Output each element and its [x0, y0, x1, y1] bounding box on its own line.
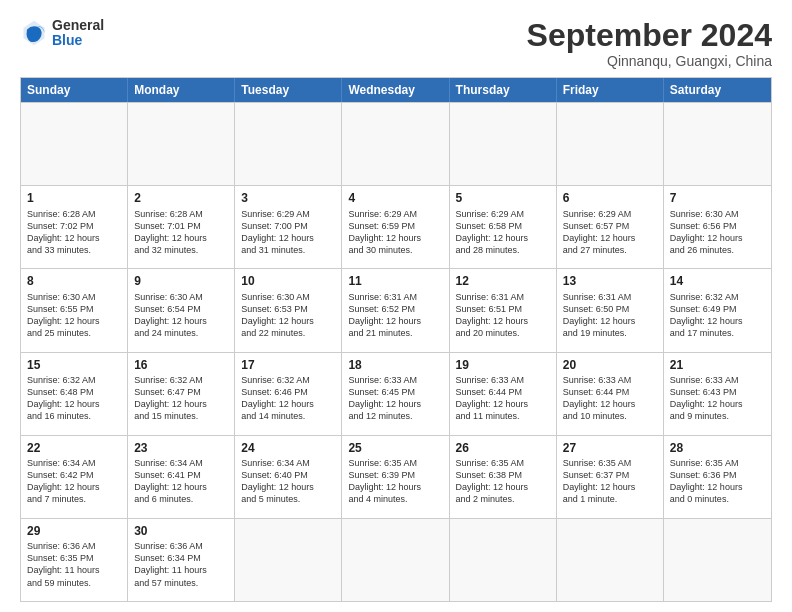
day-info: Sunrise: 6:30 AMSunset: 6:55 PMDaylight:…	[27, 291, 121, 340]
cal-header-friday: Friday	[557, 78, 664, 102]
calendar-header-row: SundayMondayTuesdayWednesdayThursdayFrid…	[21, 78, 771, 102]
day-number: 14	[670, 273, 765, 289]
cal-header-wednesday: Wednesday	[342, 78, 449, 102]
cal-cell-day-14: 14Sunrise: 6:32 AMSunset: 6:49 PMDayligh…	[664, 269, 771, 351]
day-number: 4	[348, 190, 442, 206]
cal-cell-empty	[21, 103, 128, 185]
cal-cell-day-16: 16Sunrise: 6:32 AMSunset: 6:47 PMDayligh…	[128, 353, 235, 435]
day-number: 29	[27, 523, 121, 539]
cal-cell-day-26: 26Sunrise: 6:35 AMSunset: 6:38 PMDayligh…	[450, 436, 557, 518]
logo: General Blue	[20, 18, 104, 49]
cal-cell-day-17: 17Sunrise: 6:32 AMSunset: 6:46 PMDayligh…	[235, 353, 342, 435]
cal-cell-day-28: 28Sunrise: 6:35 AMSunset: 6:36 PMDayligh…	[664, 436, 771, 518]
day-number: 16	[134, 357, 228, 373]
cal-cell-empty	[664, 519, 771, 601]
title-block: September 2024 Qinnanqu, Guangxi, China	[527, 18, 772, 69]
day-number: 24	[241, 440, 335, 456]
day-info: Sunrise: 6:33 AMSunset: 6:43 PMDaylight:…	[670, 374, 765, 423]
cal-cell-day-15: 15Sunrise: 6:32 AMSunset: 6:48 PMDayligh…	[21, 353, 128, 435]
logo-text: General Blue	[52, 18, 104, 49]
cal-cell-day-11: 11Sunrise: 6:31 AMSunset: 6:52 PMDayligh…	[342, 269, 449, 351]
cal-cell-day-21: 21Sunrise: 6:33 AMSunset: 6:43 PMDayligh…	[664, 353, 771, 435]
day-info: Sunrise: 6:32 AMSunset: 6:48 PMDaylight:…	[27, 374, 121, 423]
day-info: Sunrise: 6:30 AMSunset: 6:54 PMDaylight:…	[134, 291, 228, 340]
day-info: Sunrise: 6:29 AMSunset: 6:57 PMDaylight:…	[563, 208, 657, 257]
cal-cell-empty	[664, 103, 771, 185]
day-info: Sunrise: 6:31 AMSunset: 6:52 PMDaylight:…	[348, 291, 442, 340]
day-info: Sunrise: 6:29 AMSunset: 6:58 PMDaylight:…	[456, 208, 550, 257]
cal-cell-empty	[128, 103, 235, 185]
day-info: Sunrise: 6:30 AMSunset: 6:53 PMDaylight:…	[241, 291, 335, 340]
day-info: Sunrise: 6:28 AMSunset: 7:01 PMDaylight:…	[134, 208, 228, 257]
day-number: 28	[670, 440, 765, 456]
day-info: Sunrise: 6:34 AMSunset: 6:42 PMDaylight:…	[27, 457, 121, 506]
cal-cell-day-19: 19Sunrise: 6:33 AMSunset: 6:44 PMDayligh…	[450, 353, 557, 435]
cal-cell-day-2: 2Sunrise: 6:28 AMSunset: 7:01 PMDaylight…	[128, 186, 235, 268]
cal-cell-day-8: 8Sunrise: 6:30 AMSunset: 6:55 PMDaylight…	[21, 269, 128, 351]
cal-cell-empty	[342, 519, 449, 601]
day-info: Sunrise: 6:32 AMSunset: 6:47 PMDaylight:…	[134, 374, 228, 423]
day-info: Sunrise: 6:36 AMSunset: 6:34 PMDaylight:…	[134, 540, 228, 589]
day-info: Sunrise: 6:33 AMSunset: 6:44 PMDaylight:…	[563, 374, 657, 423]
day-number: 13	[563, 273, 657, 289]
cal-header-sunday: Sunday	[21, 78, 128, 102]
day-number: 30	[134, 523, 228, 539]
cal-cell-day-18: 18Sunrise: 6:33 AMSunset: 6:45 PMDayligh…	[342, 353, 449, 435]
cal-week-1	[21, 102, 771, 185]
location: Qinnanqu, Guangxi, China	[527, 53, 772, 69]
day-number: 10	[241, 273, 335, 289]
cal-cell-day-13: 13Sunrise: 6:31 AMSunset: 6:50 PMDayligh…	[557, 269, 664, 351]
day-info: Sunrise: 6:34 AMSunset: 6:41 PMDaylight:…	[134, 457, 228, 506]
logo-icon	[20, 19, 48, 47]
cal-cell-day-25: 25Sunrise: 6:35 AMSunset: 6:39 PMDayligh…	[342, 436, 449, 518]
cal-week-3: 8Sunrise: 6:30 AMSunset: 6:55 PMDaylight…	[21, 268, 771, 351]
cal-cell-empty	[235, 519, 342, 601]
day-number: 1	[27, 190, 121, 206]
day-info: Sunrise: 6:35 AMSunset: 6:38 PMDaylight:…	[456, 457, 550, 506]
day-info: Sunrise: 6:31 AMSunset: 6:51 PMDaylight:…	[456, 291, 550, 340]
day-info: Sunrise: 6:33 AMSunset: 6:44 PMDaylight:…	[456, 374, 550, 423]
day-info: Sunrise: 6:28 AMSunset: 7:02 PMDaylight:…	[27, 208, 121, 257]
cal-cell-day-29: 29Sunrise: 6:36 AMSunset: 6:35 PMDayligh…	[21, 519, 128, 601]
cal-header-thursday: Thursday	[450, 78, 557, 102]
cal-header-tuesday: Tuesday	[235, 78, 342, 102]
cal-header-monday: Monday	[128, 78, 235, 102]
cal-cell-day-1: 1Sunrise: 6:28 AMSunset: 7:02 PMDaylight…	[21, 186, 128, 268]
day-info: Sunrise: 6:29 AMSunset: 7:00 PMDaylight:…	[241, 208, 335, 257]
cal-week-6: 29Sunrise: 6:36 AMSunset: 6:35 PMDayligh…	[21, 518, 771, 601]
day-info: Sunrise: 6:32 AMSunset: 6:49 PMDaylight:…	[670, 291, 765, 340]
cal-cell-day-27: 27Sunrise: 6:35 AMSunset: 6:37 PMDayligh…	[557, 436, 664, 518]
cal-cell-empty	[557, 519, 664, 601]
day-info: Sunrise: 6:32 AMSunset: 6:46 PMDaylight:…	[241, 374, 335, 423]
cal-cell-empty	[557, 103, 664, 185]
header: General Blue September 2024 Qinnanqu, Gu…	[20, 18, 772, 69]
cal-cell-day-24: 24Sunrise: 6:34 AMSunset: 6:40 PMDayligh…	[235, 436, 342, 518]
calendar-body: 1Sunrise: 6:28 AMSunset: 7:02 PMDaylight…	[21, 102, 771, 601]
cal-header-saturday: Saturday	[664, 78, 771, 102]
page: General Blue September 2024 Qinnanqu, Gu…	[0, 0, 792, 612]
cal-cell-day-5: 5Sunrise: 6:29 AMSunset: 6:58 PMDaylight…	[450, 186, 557, 268]
cal-cell-empty	[342, 103, 449, 185]
day-number: 6	[563, 190, 657, 206]
day-info: Sunrise: 6:35 AMSunset: 6:36 PMDaylight:…	[670, 457, 765, 506]
day-info: Sunrise: 6:30 AMSunset: 6:56 PMDaylight:…	[670, 208, 765, 257]
day-info: Sunrise: 6:33 AMSunset: 6:45 PMDaylight:…	[348, 374, 442, 423]
day-info: Sunrise: 6:35 AMSunset: 6:39 PMDaylight:…	[348, 457, 442, 506]
day-number: 19	[456, 357, 550, 373]
cal-cell-day-20: 20Sunrise: 6:33 AMSunset: 6:44 PMDayligh…	[557, 353, 664, 435]
cal-week-5: 22Sunrise: 6:34 AMSunset: 6:42 PMDayligh…	[21, 435, 771, 518]
day-info: Sunrise: 6:34 AMSunset: 6:40 PMDaylight:…	[241, 457, 335, 506]
day-number: 23	[134, 440, 228, 456]
cal-cell-day-10: 10Sunrise: 6:30 AMSunset: 6:53 PMDayligh…	[235, 269, 342, 351]
cal-cell-day-4: 4Sunrise: 6:29 AMSunset: 6:59 PMDaylight…	[342, 186, 449, 268]
day-number: 27	[563, 440, 657, 456]
day-number: 7	[670, 190, 765, 206]
day-number: 8	[27, 273, 121, 289]
day-info: Sunrise: 6:36 AMSunset: 6:35 PMDaylight:…	[27, 540, 121, 589]
cal-cell-empty	[450, 519, 557, 601]
day-number: 21	[670, 357, 765, 373]
day-number: 12	[456, 273, 550, 289]
day-number: 3	[241, 190, 335, 206]
cal-cell-day-7: 7Sunrise: 6:30 AMSunset: 6:56 PMDaylight…	[664, 186, 771, 268]
cal-cell-empty	[450, 103, 557, 185]
